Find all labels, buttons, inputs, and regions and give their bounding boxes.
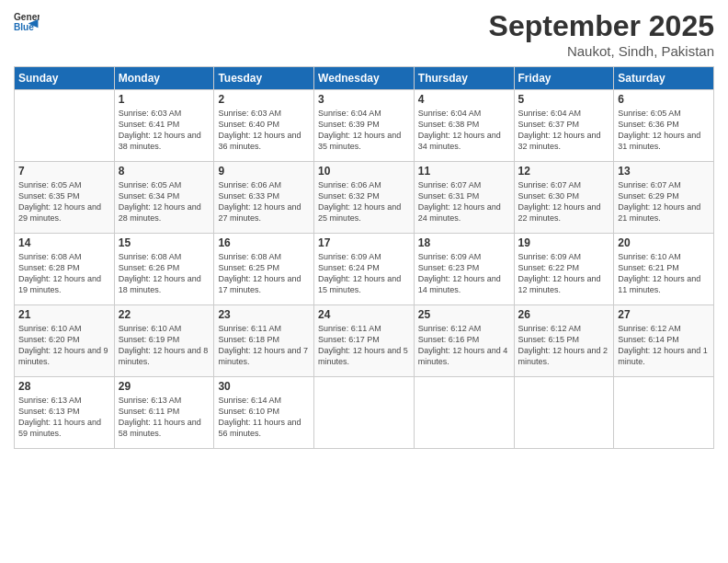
calendar-cell: 7Sunrise: 6:05 AMSunset: 6:35 PMDaylight… bbox=[15, 162, 115, 234]
day-number: 3 bbox=[318, 93, 410, 106]
calendar-header-row: Sunday Monday Tuesday Wednesday Thursday… bbox=[15, 67, 714, 90]
calendar-cell: 17Sunrise: 6:09 AMSunset: 6:24 PMDayligh… bbox=[314, 234, 415, 305]
cell-content: Sunrise: 6:11 AMSunset: 6:17 PMDaylight:… bbox=[318, 323, 410, 368]
calendar-week-2: 14Sunrise: 6:08 AMSunset: 6:28 PMDayligh… bbox=[15, 234, 714, 305]
cell-content: Sunrise: 6:07 AMSunset: 6:30 PMDaylight:… bbox=[518, 179, 610, 224]
day-number: 29 bbox=[119, 380, 210, 393]
day-number: 15 bbox=[119, 236, 210, 249]
cell-content: Sunrise: 6:03 AMSunset: 6:40 PMDaylight:… bbox=[218, 108, 310, 153]
page-container: General Blue September 2025 Naukot, Sind… bbox=[0, 0, 728, 458]
cell-content: Sunrise: 6:04 AMSunset: 6:37 PMDaylight:… bbox=[518, 108, 610, 153]
day-number: 22 bbox=[119, 308, 210, 321]
calendar-cell bbox=[614, 377, 714, 449]
cell-content: Sunrise: 6:04 AMSunset: 6:39 PMDaylight:… bbox=[318, 108, 410, 153]
cell-content: Sunrise: 6:10 AMSunset: 6:20 PMDaylight:… bbox=[18, 323, 110, 368]
cell-content: Sunrise: 6:05 AMSunset: 6:35 PMDaylight:… bbox=[18, 179, 110, 224]
calendar-cell: 6Sunrise: 6:05 AMSunset: 6:36 PMDaylight… bbox=[614, 90, 714, 162]
calendar-cell: 25Sunrise: 6:12 AMSunset: 6:16 PMDayligh… bbox=[414, 305, 514, 377]
day-number: 13 bbox=[618, 165, 710, 178]
calendar-cell: 24Sunrise: 6:11 AMSunset: 6:17 PMDayligh… bbox=[314, 305, 415, 377]
calendar-cell: 16Sunrise: 6:08 AMSunset: 6:25 PMDayligh… bbox=[214, 234, 314, 305]
title-block: September 2025 Naukot, Sindh, Pakistan bbox=[489, 9, 714, 59]
day-number: 30 bbox=[218, 380, 310, 393]
calendar-cell: 5Sunrise: 6:04 AMSunset: 6:37 PMDaylight… bbox=[514, 90, 614, 162]
calendar-cell: 19Sunrise: 6:09 AMSunset: 6:22 PMDayligh… bbox=[514, 234, 614, 305]
calendar-week-3: 21Sunrise: 6:10 AMSunset: 6:20 PMDayligh… bbox=[15, 305, 714, 377]
cell-content: Sunrise: 6:12 AMSunset: 6:16 PMDaylight:… bbox=[418, 323, 510, 368]
calendar-week-4: 28Sunrise: 6:13 AMSunset: 6:13 PMDayligh… bbox=[15, 377, 714, 449]
cell-content: Sunrise: 6:07 AMSunset: 6:29 PMDaylight:… bbox=[618, 179, 710, 224]
month-title: September 2025 bbox=[489, 9, 714, 43]
cell-content: Sunrise: 6:12 AMSunset: 6:14 PMDaylight:… bbox=[618, 323, 710, 368]
calendar-cell: 29Sunrise: 6:13 AMSunset: 6:11 PMDayligh… bbox=[114, 377, 214, 449]
cell-content: Sunrise: 6:10 AMSunset: 6:19 PMDaylight:… bbox=[119, 323, 210, 368]
calendar-week-0: 1Sunrise: 6:03 AMSunset: 6:41 PMDaylight… bbox=[15, 90, 714, 162]
calendar-cell bbox=[15, 90, 115, 162]
header-monday: Monday bbox=[114, 67, 214, 90]
logo-icon: General Blue bbox=[14, 9, 40, 35]
day-number: 5 bbox=[518, 93, 610, 106]
calendar-cell: 20Sunrise: 6:10 AMSunset: 6:21 PMDayligh… bbox=[614, 234, 714, 305]
cell-content: Sunrise: 6:13 AMSunset: 6:11 PMDaylight:… bbox=[119, 395, 210, 440]
day-number: 1 bbox=[119, 93, 210, 106]
cell-content: Sunrise: 6:08 AMSunset: 6:25 PMDaylight:… bbox=[218, 251, 310, 296]
cell-content: Sunrise: 6:11 AMSunset: 6:18 PMDaylight:… bbox=[218, 323, 310, 368]
cell-content: Sunrise: 6:06 AMSunset: 6:33 PMDaylight:… bbox=[218, 179, 310, 224]
cell-content: Sunrise: 6:09 AMSunset: 6:23 PMDaylight:… bbox=[418, 251, 510, 296]
day-number: 23 bbox=[218, 308, 310, 321]
calendar-cell: 2Sunrise: 6:03 AMSunset: 6:40 PMDaylight… bbox=[214, 90, 314, 162]
day-number: 12 bbox=[518, 165, 610, 178]
day-number: 17 bbox=[318, 236, 410, 249]
calendar-cell: 10Sunrise: 6:06 AMSunset: 6:32 PMDayligh… bbox=[314, 162, 415, 234]
calendar-cell: 30Sunrise: 6:14 AMSunset: 6:10 PMDayligh… bbox=[214, 377, 314, 449]
calendar-cell: 3Sunrise: 6:04 AMSunset: 6:39 PMDaylight… bbox=[314, 90, 415, 162]
calendar-cell: 4Sunrise: 6:04 AMSunset: 6:38 PMDaylight… bbox=[414, 90, 514, 162]
cell-content: Sunrise: 6:04 AMSunset: 6:38 PMDaylight:… bbox=[418, 108, 510, 153]
day-number: 18 bbox=[418, 236, 510, 249]
calendar-cell bbox=[514, 377, 614, 449]
header: General Blue September 2025 Naukot, Sind… bbox=[14, 9, 714, 59]
cell-content: Sunrise: 6:08 AMSunset: 6:26 PMDaylight:… bbox=[119, 251, 210, 296]
day-number: 4 bbox=[418, 93, 510, 106]
cell-content: Sunrise: 6:07 AMSunset: 6:31 PMDaylight:… bbox=[418, 179, 510, 224]
day-number: 26 bbox=[518, 308, 610, 321]
cell-content: Sunrise: 6:09 AMSunset: 6:22 PMDaylight:… bbox=[518, 251, 610, 296]
header-wednesday: Wednesday bbox=[314, 67, 415, 90]
svg-text:Blue: Blue bbox=[14, 22, 34, 32]
calendar-cell: 11Sunrise: 6:07 AMSunset: 6:31 PMDayligh… bbox=[414, 162, 514, 234]
day-number: 2 bbox=[218, 93, 310, 106]
cell-content: Sunrise: 6:06 AMSunset: 6:32 PMDaylight:… bbox=[318, 179, 410, 224]
day-number: 14 bbox=[18, 236, 110, 249]
day-number: 21 bbox=[18, 308, 110, 321]
day-number: 10 bbox=[318, 165, 410, 178]
calendar-cell: 12Sunrise: 6:07 AMSunset: 6:30 PMDayligh… bbox=[514, 162, 614, 234]
day-number: 19 bbox=[518, 236, 610, 249]
cell-content: Sunrise: 6:05 AMSunset: 6:34 PMDaylight:… bbox=[119, 179, 210, 224]
cell-content: Sunrise: 6:12 AMSunset: 6:15 PMDaylight:… bbox=[518, 323, 610, 368]
day-number: 7 bbox=[18, 165, 110, 178]
calendar-week-1: 7Sunrise: 6:05 AMSunset: 6:35 PMDaylight… bbox=[15, 162, 714, 234]
calendar-cell: 26Sunrise: 6:12 AMSunset: 6:15 PMDayligh… bbox=[514, 305, 614, 377]
calendar-cell: 23Sunrise: 6:11 AMSunset: 6:18 PMDayligh… bbox=[214, 305, 314, 377]
day-number: 8 bbox=[119, 165, 210, 178]
header-saturday: Saturday bbox=[614, 67, 714, 90]
day-number: 25 bbox=[418, 308, 510, 321]
header-sunday: Sunday bbox=[15, 67, 115, 90]
day-number: 9 bbox=[218, 165, 310, 178]
calendar-cell: 9Sunrise: 6:06 AMSunset: 6:33 PMDaylight… bbox=[214, 162, 314, 234]
calendar-cell: 27Sunrise: 6:12 AMSunset: 6:14 PMDayligh… bbox=[614, 305, 714, 377]
day-number: 20 bbox=[618, 236, 710, 249]
calendar-cell: 14Sunrise: 6:08 AMSunset: 6:28 PMDayligh… bbox=[15, 234, 115, 305]
cell-content: Sunrise: 6:08 AMSunset: 6:28 PMDaylight:… bbox=[18, 251, 110, 296]
cell-content: Sunrise: 6:05 AMSunset: 6:36 PMDaylight:… bbox=[618, 108, 710, 153]
calendar-cell: 15Sunrise: 6:08 AMSunset: 6:26 PMDayligh… bbox=[114, 234, 214, 305]
logo: General Blue bbox=[14, 9, 40, 35]
day-number: 27 bbox=[618, 308, 710, 321]
day-number: 16 bbox=[218, 236, 310, 249]
calendar-cell: 18Sunrise: 6:09 AMSunset: 6:23 PMDayligh… bbox=[414, 234, 514, 305]
calendar-table: Sunday Monday Tuesday Wednesday Thursday… bbox=[14, 66, 714, 449]
calendar-cell: 22Sunrise: 6:10 AMSunset: 6:19 PMDayligh… bbox=[114, 305, 214, 377]
calendar-cell bbox=[314, 377, 415, 449]
calendar-cell: 21Sunrise: 6:10 AMSunset: 6:20 PMDayligh… bbox=[15, 305, 115, 377]
day-number: 28 bbox=[18, 380, 110, 393]
